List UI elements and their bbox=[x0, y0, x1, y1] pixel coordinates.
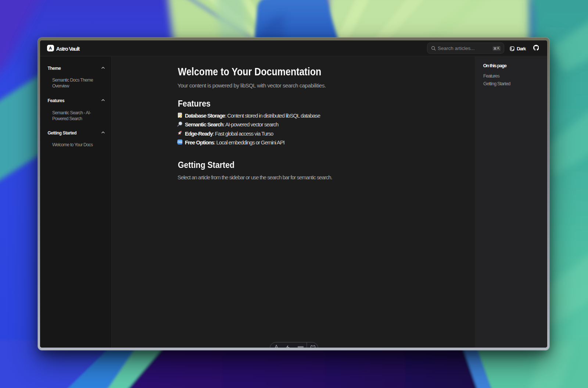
svg-text:FREE: FREE bbox=[178, 141, 183, 143]
